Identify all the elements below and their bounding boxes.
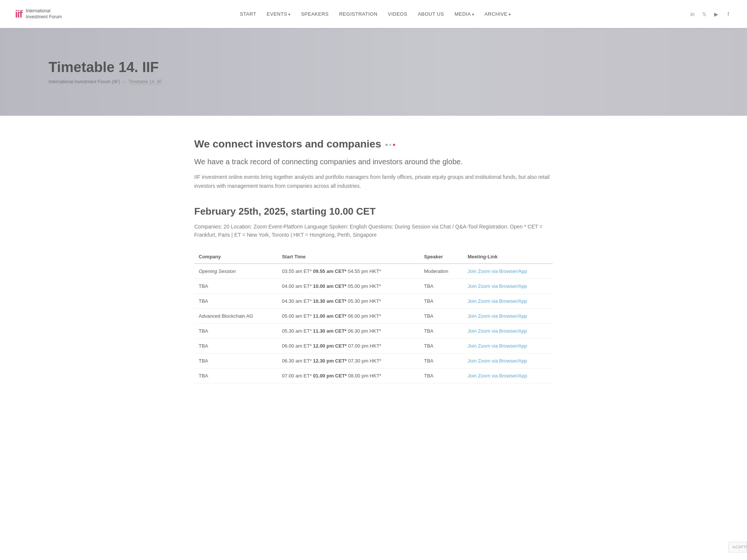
table-cell-speaker: TBA <box>419 339 463 354</box>
meeting-link-anchor[interactable]: Join Zoom via Browser/App <box>468 343 527 349</box>
table-col-company: Company <box>194 250 278 264</box>
table-cell-company: Advanced Blockchain AG <box>194 309 278 324</box>
hero-title: Timetable 14. IIF <box>49 59 698 75</box>
table-cell-start-time: 05.00 am ET* 11.00 am CET* 06.00 pm HKT* <box>278 309 419 324</box>
table-cell-speaker: TBA <box>419 309 463 324</box>
main-content: We connect investors and companies We ha… <box>187 116 560 413</box>
table-cell-meeting-link[interactable]: Join Zoom via Browser/App <box>463 279 553 294</box>
breadcrumb-separator: » <box>123 79 125 84</box>
table-row: TBA04.00 am ET* 10.00 am CET* 05.00 pm H… <box>194 279 553 294</box>
table-cell-speaker: TBA <box>419 294 463 309</box>
nav-start[interactable]: START <box>240 11 256 17</box>
table-cell-speaker: TBA <box>419 324 463 339</box>
meeting-link-anchor[interactable]: Join Zoom via Browser/App <box>468 313 527 319</box>
dots-decoration <box>385 144 395 146</box>
table-cell-speaker: TBA <box>419 368 463 383</box>
table-col-meeting-link: Meeting-Link <box>463 250 553 264</box>
nav-about-us[interactable]: ABOUT US <box>418 11 444 17</box>
table-cell-company: TBA <box>194 368 278 383</box>
table-cell-start-time: 06.00 am ET* 12.00 pm CET* 07.00 pm HKT* <box>278 339 419 354</box>
meeting-link-anchor[interactable]: Join Zoom via Browser/App <box>468 373 527 379</box>
table-cell-start-time: 06.30 am ET* 12.30 pm CET* 07.30 pm HKT* <box>278 354 419 368</box>
dot-1 <box>385 144 388 146</box>
nav-speakers[interactable]: SPEAKERS <box>301 11 329 17</box>
table-cell-speaker: TBA <box>419 354 463 368</box>
section-heading-1: We connect investors and companies <box>194 138 553 150</box>
table-cell-meeting-link[interactable]: Join Zoom via Browser/App <box>463 368 553 383</box>
table-cell-company: Opening Session <box>194 264 278 279</box>
navbar: iif International Investment Forum START… <box>0 0 747 28</box>
table-cell-meeting-link[interactable]: Join Zoom via Browser/App <box>463 309 553 324</box>
linkedin-icon[interactable]: in <box>689 10 696 18</box>
table-cell-company: TBA <box>194 339 278 354</box>
table-cell-start-time: 04.30 am ET* 10.30 am CET* 05.30 pm HKT* <box>278 294 419 309</box>
table-row: TBA04.30 am ET* 10.30 am CET* 05.30 pm H… <box>194 294 553 309</box>
breadcrumb-current: Timetable 14. IIF <box>128 79 162 85</box>
logo-mark: iif <box>15 8 22 20</box>
event-heading: February 25th, 2025, starting 10.00 CET <box>194 206 553 217</box>
youtube-icon[interactable]: ▶ <box>713 10 720 18</box>
table-cell-start-time: 03.55 am ET* 09.55 am CET* 04.55 pm HKT* <box>278 264 419 279</box>
dot-3 <box>393 144 395 146</box>
table-cell-meeting-link[interactable]: Join Zoom via Browser/App <box>463 264 553 279</box>
nav-registration[interactable]: REGISTRATION <box>339 11 378 17</box>
nav-events[interactable]: EVENTS <box>267 11 291 17</box>
table-row: TBA07.00 am ET* 01.00 pm CET* 08.00 pm H… <box>194 368 553 383</box>
table-cell-meeting-link[interactable]: Join Zoom via Browser/App <box>463 354 553 368</box>
table-cell-meeting-link[interactable]: Join Zoom via Browser/App <box>463 324 553 339</box>
facebook-icon[interactable]: f <box>725 10 732 18</box>
meeting-link-anchor[interactable]: Join Zoom via Browser/App <box>468 358 527 364</box>
dot-2 <box>389 144 391 146</box>
table-cell-start-time: 04.00 am ET* 10.00 am CET* 05.00 pm HKT* <box>278 279 419 294</box>
table-row: TBA06.30 am ET* 12.30 pm CET* 07.30 pm H… <box>194 354 553 368</box>
meeting-link-anchor[interactable]: Join Zoom via Browser/App <box>468 328 527 334</box>
table-row: TBA05.30 am ET* 11.30 am CET* 06.30 pm H… <box>194 324 553 339</box>
table-col-start-time: Start Time <box>278 250 419 264</box>
table-cell-start-time: 07.00 am ET* 01.00 pm CET* 08.00 pm HKT* <box>278 368 419 383</box>
nav-media[interactable]: MEDIA <box>455 11 474 17</box>
table-cell-company: TBA <box>194 294 278 309</box>
nav-videos[interactable]: VIDEOS <box>388 11 407 17</box>
logo-text: International Investment Forum <box>26 8 62 20</box>
table-header-row: CompanyStart TimeSpeakerMeeting-Link <box>194 250 553 264</box>
twitter-icon[interactable]: 𝕏 <box>701 10 708 18</box>
table-cell-meeting-link[interactable]: Join Zoom via Browser/App <box>463 294 553 309</box>
timetable: CompanyStart TimeSpeakerMeeting-Link Ope… <box>194 250 553 383</box>
nav-archive[interactable]: ARCHIVE <box>484 11 511 17</box>
table-cell-speaker: TBA <box>419 279 463 294</box>
breadcrumb-home[interactable]: International Investment Forum (IIF) <box>49 79 120 84</box>
event-meta: Companies: 20 Location: Zoom Event-Platf… <box>194 223 553 239</box>
table-col-speaker: Speaker <box>419 250 463 264</box>
table-row: TBA06.00 am ET* 12.00 pm CET* 07.00 pm H… <box>194 339 553 354</box>
sub-heading: We have a track record of connecting com… <box>194 158 553 166</box>
table-row: Advanced Blockchain AG05.00 am ET* 11.00… <box>194 309 553 324</box>
table-cell-meeting-link[interactable]: Join Zoom via Browser/App <box>463 339 553 354</box>
body-text: IIF investment online events bring toget… <box>194 173 553 191</box>
nav-links: STARTEVENTSSPEAKERSREGISTRATIONVIDEOSABO… <box>240 11 511 17</box>
meeting-link-anchor[interactable]: Join Zoom via Browser/App <box>468 298 527 304</box>
meeting-link-anchor[interactable]: Join Zoom via Browser/App <box>468 283 527 289</box>
table-cell-speaker: Moderation <box>419 264 463 279</box>
breadcrumb: International Investment Forum (IIF) » T… <box>49 79 698 85</box>
table-cell-company: TBA <box>194 324 278 339</box>
table-cell-company: TBA <box>194 354 278 368</box>
table-row: Opening Session03.55 am ET* 09.55 am CET… <box>194 264 553 279</box>
hero-banner: Timetable 14. IIF International Investme… <box>0 28 747 116</box>
meeting-link-anchor[interactable]: Join Zoom via Browser/App <box>468 268 527 274</box>
table-cell-company: TBA <box>194 279 278 294</box>
table-cell-start-time: 05.30 am ET* 11.30 am CET* 06.30 pm HKT* <box>278 324 419 339</box>
logo[interactable]: iif International Investment Forum <box>15 8 62 20</box>
nav-social: in𝕏▶f <box>689 10 732 18</box>
